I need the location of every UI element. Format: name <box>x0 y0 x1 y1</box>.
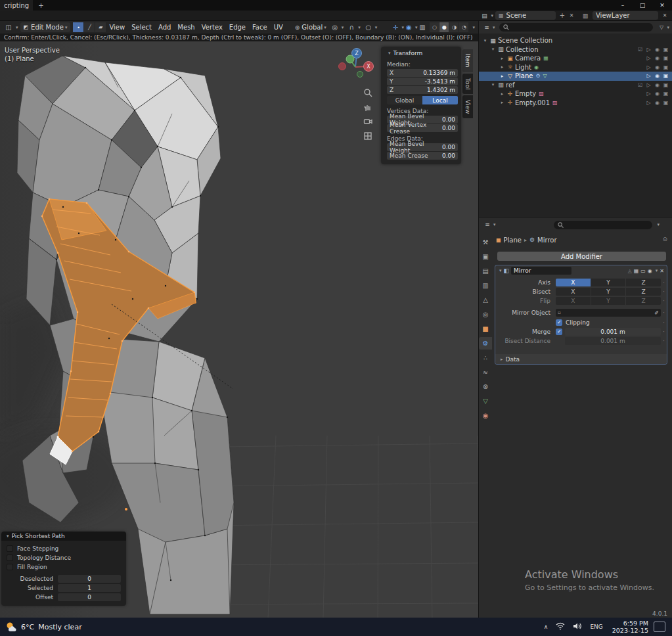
row-label[interactable]: Collection <box>506 46 538 53</box>
workspace-tab-scripting[interactable]: cripting <box>0 0 33 11</box>
close-button[interactable]: ✕ <box>652 0 672 11</box>
scene-selector[interactable]: ▦ Scene <box>495 11 556 20</box>
properties-editor-chevron-icon[interactable]: ▾ <box>493 222 496 227</box>
editor-type-icon[interactable]: ◫ <box>3 24 14 31</box>
tab-view[interactable]: View <box>462 95 473 118</box>
animate-dot-icon[interactable]: · <box>661 288 667 295</box>
merge-threshold-field[interactable]: 0.001 m <box>565 328 661 336</box>
offset-field[interactable]: 0 <box>58 593 121 601</box>
viewport-3d[interactable]: User Perspective (1) Plane Z X <box>0 41 478 618</box>
animate-dot-icon[interactable]: · <box>661 319 667 326</box>
row-collection[interactable]: ▾ ▥ Collection ☑ ▷ ◉ ▣ <box>479 45 672 55</box>
face-select-icon[interactable]: ▰ <box>95 22 106 32</box>
global-space-button[interactable]: Global <box>387 96 422 104</box>
filter-icon[interactable]: ▽ <box>657 24 665 30</box>
menu-vertex[interactable]: Vertex <box>198 24 226 31</box>
gizmo-negative-y-axis[interactable] <box>357 72 363 78</box>
tab-item[interactable]: Item <box>462 49 473 72</box>
selectable-icon[interactable]: ▷ <box>644 91 653 97</box>
overlays-toggle-icon[interactable]: ◉ <box>404 24 414 31</box>
expand-icon[interactable]: ▸ <box>499 91 506 97</box>
snap-chevron-icon[interactable]: ▾ <box>358 25 361 30</box>
vertex-select-icon[interactable]: ∙ <box>73 22 83 32</box>
navigation-gizmo[interactable]: Z X <box>330 45 386 89</box>
menu-select[interactable]: Select <box>128 24 155 31</box>
menu-mesh[interactable]: Mesh <box>174 24 198 31</box>
face-stepping-checkbox[interactable] <box>7 545 13 552</box>
pivot-point-icon[interactable]: ◎ <box>330 24 340 31</box>
axis-z-button[interactable]: Z <box>626 279 661 286</box>
row-plane[interactable]: ▸ ▽ Plane ⚙ ▽ ▷ ◉ ▣ <box>479 72 672 81</box>
pan-hand-icon[interactable] <box>363 102 373 112</box>
proportional-editing-icon[interactable]: ○ <box>363 24 374 31</box>
constraints-properties-tab[interactable]: ⊗ <box>479 380 492 393</box>
material-properties-tab[interactable]: ◉ <box>479 409 492 422</box>
operator-panel-header[interactable]: ▾ Pick Shortest Path <box>1 532 126 541</box>
weather-widget[interactable]: 6°C Mostly clear <box>5 621 82 633</box>
hide-eye-icon[interactable]: ◉ <box>653 91 661 97</box>
exclude-checkbox-icon[interactable]: ☑ <box>636 82 644 88</box>
mode-dropdown[interactable]: ◩ Edit Mode ▾ <box>20 22 71 32</box>
render-visibility-icon[interactable]: ▣ <box>661 73 670 79</box>
row-light[interactable]: ▸ ☼ Light ◉ ▷ ◉ ▣ <box>479 63 672 72</box>
edge-select-icon[interactable]: ╱ <box>84 22 95 32</box>
view-layer-icon[interactable]: ▥ <box>580 12 591 19</box>
mean-crease-field[interactable]: Mean Crease 0.00 <box>387 152 458 160</box>
median-y-field[interactable]: Y -3.5413 m <box>387 78 458 85</box>
delete-modifier-icon[interactable]: ✕ <box>660 268 664 274</box>
modifier-collapse-icon[interactable]: ▾ <box>499 268 502 273</box>
expand-icon[interactable]: ▸ <box>499 100 506 105</box>
fill-region-checkbox[interactable] <box>7 564 13 570</box>
axis-y-button[interactable]: Y <box>591 279 626 286</box>
hide-eye-icon[interactable]: ◉ <box>653 55 661 61</box>
eyedropper-icon[interactable]: ✐ <box>654 310 659 316</box>
hide-eye-icon[interactable]: ◉ <box>653 73 661 79</box>
row-label[interactable]: ref <box>506 81 515 89</box>
zoom-icon[interactable] <box>363 87 373 98</box>
shading-solid-icon[interactable]: ● <box>439 22 449 32</box>
animate-dot-icon[interactable]: · <box>661 329 667 335</box>
clipping-checkbox[interactable] <box>556 319 562 326</box>
view-layer-properties-tab[interactable]: ▥ <box>479 279 492 292</box>
output-properties-tab[interactable]: ▤ <box>479 265 492 277</box>
hide-eye-icon[interactable]: ◉ <box>653 82 661 88</box>
face-stepping-row[interactable]: Face Stepping <box>7 544 121 553</box>
proportional-chevron-icon[interactable]: ▾ <box>375 25 378 30</box>
hide-eye-icon[interactable]: ◉ <box>653 100 661 106</box>
transform-panel-header[interactable]: ▾ Transform <box>387 49 458 58</box>
modifier-extras-icon[interactable]: ▾ <box>656 268 658 273</box>
shading-material-icon[interactable]: ◑ <box>449 22 459 32</box>
render-visibility-icon[interactable]: ▣ <box>661 91 670 97</box>
clock-widget[interactable]: 6:59 PM 2023-12-15 <box>612 620 648 634</box>
pivot-chevron-icon[interactable]: ▾ <box>342 25 344 30</box>
axis-x-button[interactable]: X <box>556 279 591 286</box>
ortho-toggle-icon[interactable] <box>363 131 373 141</box>
flip-y-button[interactable]: Y <box>591 297 626 305</box>
render-visibility-icon[interactable]: ▣ <box>661 55 670 61</box>
properties-filter-chevron-icon[interactable]: ▾ <box>658 222 660 227</box>
hide-eye-icon[interactable]: ◉ <box>653 64 661 70</box>
selectable-icon[interactable]: ▷ <box>644 82 653 88</box>
on-cage-toggle-icon[interactable]: ◬ <box>628 268 632 274</box>
menu-add[interactable]: Add <box>155 24 174 31</box>
edit-mode-toggle-icon[interactable]: ▦ <box>634 268 639 274</box>
minimize-button[interactable]: – <box>613 0 633 11</box>
selectable-icon[interactable]: ▷ <box>644 47 653 53</box>
outliner-search-input[interactable] <box>499 23 654 32</box>
render-visibility-icon[interactable]: ▣ <box>661 100 670 106</box>
xray-toggle-icon[interactable]: ▥ <box>417 24 427 31</box>
editor-type-chevron-icon[interactable]: ▾ <box>16 25 18 30</box>
menu-view[interactable]: View <box>106 24 128 31</box>
unlink-scene-icon[interactable]: ✕ <box>567 12 576 18</box>
expand-icon[interactable]: ▸ <box>499 56 506 61</box>
animate-dot-icon[interactable]: · <box>661 298 667 304</box>
add-modifier-button[interactable]: Add Modifier <box>497 252 666 261</box>
particles-properties-tab[interactable]: ∴ <box>479 352 492 364</box>
animate-dot-icon[interactable]: · <box>661 338 667 344</box>
outliner-editor-icon[interactable]: ≡ <box>482 24 491 31</box>
shading-wireframe-icon[interactable]: ○ <box>430 22 439 32</box>
expand-icon[interactable]: ▾ <box>489 82 497 87</box>
row-label[interactable]: Empty <box>515 90 536 97</box>
expand-icon[interactable]: ▾ <box>489 47 497 52</box>
bisect-distance-field[interactable]: 0.001 m <box>565 337 661 345</box>
